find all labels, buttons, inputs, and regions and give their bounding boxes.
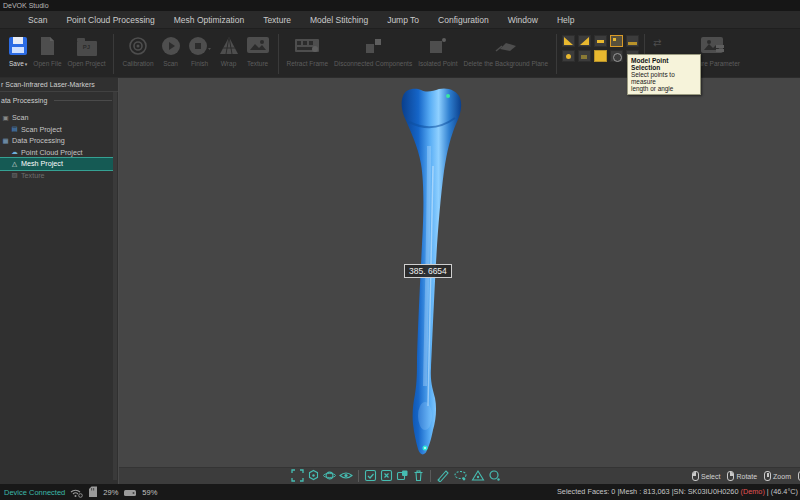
retract-frame-label: Retract Frame	[287, 60, 329, 67]
retract-frame-button[interactable]: Retract Frame	[287, 33, 329, 67]
tooltip-line2: length or angle	[631, 85, 697, 92]
gear-select-icon[interactable]	[562, 50, 575, 62]
viewport-tools-separator	[358, 470, 359, 482]
measure-icon[interactable]	[594, 35, 607, 47]
device-status: Device Connected	[4, 488, 65, 497]
viewport-tools-separator	[430, 470, 431, 482]
mouse-hints: Select Rotate Zoom Pan	[692, 471, 800, 481]
project-tree: ▣ Scan ▤ Scan Project ▦ Data Processing …	[0, 112, 118, 181]
toolbar-separator	[556, 34, 557, 74]
filmstrip-icon	[294, 33, 320, 59]
scan-mode-header: r Scan-Infrared Laser-Markers	[0, 78, 118, 92]
triangle-select-icon[interactable]	[471, 469, 485, 482]
menu-window[interactable]: Window	[508, 15, 538, 25]
marker-point-top	[446, 94, 450, 98]
sidebar-scrollbar[interactable]	[113, 92, 117, 480]
pen-select-icon[interactable]	[436, 469, 450, 482]
finish-button[interactable]: Finish	[188, 33, 212, 67]
deselect-all-icon[interactable]	[380, 469, 393, 482]
save-label: Save	[9, 60, 24, 67]
stamp-icon[interactable]	[578, 50, 591, 62]
disconnected-components-button[interactable]: Disconnected Components	[334, 33, 412, 67]
tree-item-mesh-project[interactable]: △ Mesh Project	[0, 158, 113, 170]
main-area: r Scan-Infrared Laser-Markers ata Proces…	[0, 77, 800, 484]
texture-label: Texture	[247, 60, 268, 67]
isolated-point-button[interactable]: Isolated Point	[418, 33, 457, 67]
menu-help[interactable]: Help	[557, 15, 574, 25]
swap-icon: ⇄	[653, 37, 661, 48]
menu-texture[interactable]: Texture	[263, 15, 291, 25]
tooltip: Model Point Selection Select points to m…	[627, 54, 701, 95]
fit-view-icon[interactable]	[291, 469, 304, 482]
fill-square-icon[interactable]	[594, 50, 607, 62]
wrap-mesh-icon	[218, 33, 240, 59]
point-cloud-icon: ☁	[10, 148, 19, 156]
layers-icon[interactable]	[626, 35, 639, 47]
mouse-left-icon	[692, 471, 699, 481]
open-project-folder-icon: PJ	[77, 41, 97, 56]
scan-button[interactable]: Scan	[160, 33, 182, 67]
menu-jump-to[interactable]: Jump To	[387, 15, 419, 25]
status-version: | (46.4°C) |V4.2.3	[765, 487, 800, 496]
texture-icon: ▨	[10, 171, 19, 179]
wrap-label: Wrap	[221, 60, 236, 67]
project-sidebar: r Scan-Infrared Laser-Markers ata Proces…	[0, 78, 119, 484]
orbit-camera-icon[interactable]	[323, 469, 336, 482]
hint-rotate: Rotate	[727, 471, 757, 481]
swap-button[interactable]: ⇄	[653, 33, 661, 48]
tree-item-texture[interactable]: ▨ Texture	[0, 170, 118, 182]
isolated-point-label: Isolated Point	[418, 60, 457, 67]
open-project-button[interactable]: PJ Open Project	[68, 33, 106, 67]
sd-card-icon	[88, 486, 98, 498]
open-file-label: Open File	[33, 60, 61, 67]
circle-select-icon[interactable]	[488, 469, 501, 482]
isolated-point-icon	[427, 33, 449, 59]
mouse-wheel-icon	[764, 471, 771, 481]
mouse-right-icon	[727, 471, 734, 481]
triangle-select-alt-icon[interactable]	[578, 35, 591, 47]
scan-play-icon	[160, 33, 182, 59]
lasso-select-icon[interactable]	[453, 469, 468, 482]
tree-item-data-processing[interactable]: ▦ Data Processing	[0, 135, 118, 147]
open-file-button[interactable]: Open File	[33, 33, 61, 67]
hint-select: Select	[692, 471, 720, 481]
hint-zoom: Zoom	[764, 471, 791, 481]
tree-item-scan-project[interactable]: ▤ Scan Project	[0, 124, 118, 136]
select-all-icon[interactable]	[364, 469, 377, 482]
open-project-label: Open Project	[68, 60, 106, 67]
save-button[interactable]: Save▾	[9, 33, 27, 67]
scan-label: Scan	[163, 60, 178, 67]
document-icon: ▤	[10, 125, 19, 133]
tree-item-point-cloud-project[interactable]: ☁ Point Cloud Project	[0, 147, 118, 159]
processing-icon: ▦	[1, 137, 10, 145]
menu-model-stitching[interactable]: Model Stitching	[310, 15, 368, 25]
scanner-icon: ▣	[1, 114, 10, 122]
invert-selection-icon[interactable]	[396, 469, 409, 482]
model-point-selection-icon[interactable]	[610, 35, 623, 47]
menu-scan[interactable]: Scan	[28, 15, 47, 25]
menu-point-cloud-processing[interactable]: Point Cloud Processing	[66, 15, 154, 25]
delete-selection-icon[interactable]	[412, 469, 425, 482]
save-caret-icon: ▾	[25, 61, 28, 67]
menu-configuration[interactable]: Configuration	[438, 15, 489, 25]
menu-mesh-optimization[interactable]: Mesh Optimization	[174, 15, 244, 25]
triangle-select-icon[interactable]	[562, 35, 575, 47]
finish-stop-icon	[188, 33, 212, 59]
calibration-button[interactable]: Calibration	[122, 33, 153, 67]
calibration-target-icon	[127, 33, 149, 59]
texture-button[interactable]: Texture	[246, 33, 270, 67]
save-floppy-icon	[9, 37, 27, 55]
circle-region-icon[interactable]	[610, 50, 623, 62]
wifi-settings-icon	[70, 487, 83, 498]
orbit-object-icon[interactable]	[307, 469, 320, 482]
viewport-canvas[interactable]: 385. 6654 Select	[119, 78, 800, 484]
mesh-icon: △	[10, 160, 19, 168]
toolbar-separator	[113, 34, 114, 74]
tree-item-scan[interactable]: ▣ Scan	[0, 112, 118, 124]
wrap-button[interactable]: Wrap	[218, 33, 240, 67]
status-stats: Selected Faces: 0 |Mesh : 813,063 |SN: S…	[557, 487, 740, 496]
section-row: ata Processing	[0, 97, 118, 104]
measurement-label: 385. 6654	[404, 264, 452, 278]
visibility-icon[interactable]	[339, 469, 353, 482]
delete-background-plane-button[interactable]: Delete the Background Plane	[464, 33, 549, 67]
